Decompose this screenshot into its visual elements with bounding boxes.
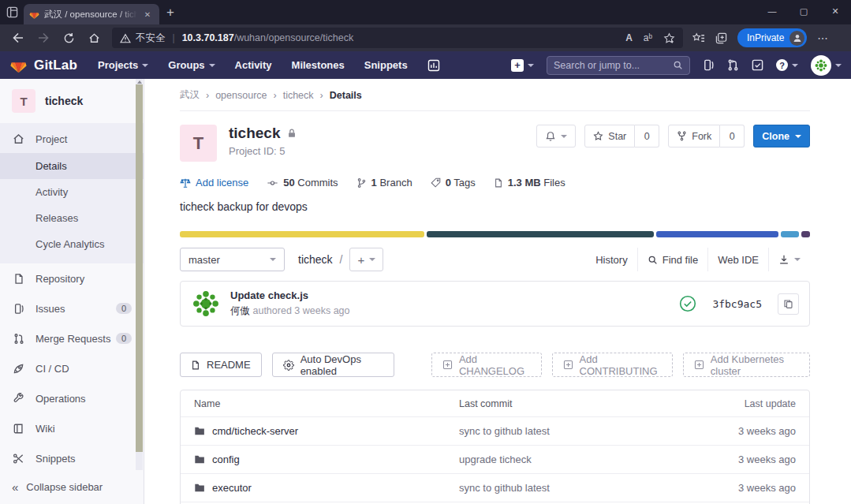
last-update: 3 weeks ago [677,482,796,494]
language-segment[interactable] [656,231,778,237]
add-license-link[interactable]: Add license [180,177,248,189]
tab-close-icon[interactable]: ✕ [141,8,154,21]
star-count[interactable]: 0 [635,125,659,147]
branches-stat[interactable]: 1 Branch [356,177,412,189]
add-file-dropdown[interactable]: + [349,248,383,271]
gitlab-brand[interactable]: GitLab [9,57,77,74]
download-dropdown[interactable] [768,248,810,271]
sidebar-item-activity[interactable]: Activity [0,179,144,205]
auto-devops-button[interactable]: Auto DevOps enabled [272,353,394,377]
commits-stat[interactable]: 50 Commits [267,177,338,189]
sidebar-item-project[interactable]: Project [0,125,144,153]
notifications-dropdown[interactable] [536,125,576,147]
refresh-icon[interactable] [57,27,80,49]
gitlab-navbar: GitLab Projects Groups Activity Mileston… [0,51,851,79]
add-favorite-icon[interactable] [663,32,675,44]
collections-icon[interactable] [715,32,727,44]
repo-root-link[interactable]: ticheck [298,253,333,266]
window-controls: — ▢ ✕ [756,0,851,22]
add-changelog-button[interactable]: Add CHANGELOG [431,353,542,377]
nav-milestones[interactable]: Milestones [292,59,345,71]
new-tab-button[interactable]: + [159,2,181,24]
language-segment[interactable] [180,231,424,237]
breadcrumb-subgroup[interactable]: opensource [215,90,267,101]
inprivate-badge[interactable]: InPrivate [737,28,807,47]
security-warning[interactable]: 不安全 [120,32,166,45]
tags-stat[interactable]: 0 Tags [431,177,476,189]
global-search[interactable] [547,56,690,75]
back-icon[interactable] [6,27,30,49]
collapse-sidebar-button[interactable]: « Collapse sidebar [0,469,136,504]
commit-title-link[interactable]: Update check.js [230,289,350,301]
pipeline-passed-icon[interactable] [679,295,696,312]
commit-message-link[interactable]: sync to github latest [459,425,677,437]
language-segment[interactable] [427,231,654,237]
favorites-bar-icon[interactable] [692,32,705,44]
sidebar-item-repository[interactable]: Repository [0,263,144,293]
fork-count[interactable]: 0 [720,125,745,147]
sidebar-item-details[interactable]: Details [0,153,144,179]
history-button[interactable]: History [586,248,636,271]
read-aloud-icon[interactable]: A [625,32,633,43]
clone-button[interactable]: Clone [753,125,810,147]
user-menu[interactable] [811,55,842,76]
help-menu[interactable]: ? [776,59,798,71]
search-input[interactable] [554,60,673,71]
language-segment[interactable] [801,231,810,237]
sidebar-item-operations[interactable]: Operations [0,383,144,413]
breadcrumb-group[interactable]: 武汉 [180,88,200,102]
browser-menu-icon[interactable]: ⋯ [817,32,829,44]
nav-activity[interactable]: Activity [235,59,272,71]
new-menu[interactable]: + [511,59,534,72]
todos-icon[interactable] [752,59,763,71]
language-segment[interactable] [781,231,799,237]
sidebar-item-ci-cd[interactable]: CI / CD [0,353,144,383]
merge-requests-icon[interactable] [727,59,739,71]
star-button[interactable]: Star [584,125,635,147]
readme-button[interactable]: README [180,353,262,377]
collapse-icon: « [12,480,18,494]
sidebar-item-merge-requests[interactable]: Merge Requests 0 [0,323,144,353]
breadcrumb-project[interactable]: ticheck [283,90,314,101]
copy-icon [783,299,793,309]
close-button[interactable]: ✕ [819,0,851,22]
browser-tab[interactable]: 武汉 / opensource / ticheck · Git ✕ [24,4,159,24]
sidebar-scrollbar-thumb[interactable] [136,84,143,452]
address-bar[interactable]: 不安全 | 10.3.70.187/wuhan/opensource/tiche… [112,28,683,48]
add-contributing-button[interactable]: Add CONTRIBUTING [552,353,673,377]
branch-selector[interactable]: master [180,248,285,271]
home-icon[interactable] [82,27,106,49]
minimize-button[interactable]: — [756,0,788,22]
maximize-button[interactable]: ▢ [788,0,819,22]
sidebar-item-wiki[interactable]: Wiki [0,413,144,443]
nav-snippets[interactable]: Snippets [364,59,408,71]
folder-link[interactable]: config [194,454,459,465]
commit-author[interactable]: 何傲 [230,305,250,316]
chart-icon[interactable] [427,59,440,72]
sidebar-item-releases[interactable]: Releases [0,205,144,231]
sidebar-project-header[interactable]: T ticheck [0,79,144,123]
issues-icon[interactable] [703,59,715,71]
add-kubernetes-button[interactable]: Add Kubernetes cluster [683,353,810,377]
web-ide-button[interactable]: Web IDE [707,248,768,271]
sidebar-item-issues[interactable]: Issues 0 [0,293,144,323]
scroll-up-icon[interactable] [136,79,143,85]
url-path: /wuhan/opensource/ticheck [234,32,353,43]
folder-link[interactable]: executor [194,482,459,494]
commit-message-link[interactable]: upgrade ticheck [459,454,677,465]
find-file-button[interactable]: Find file [637,248,708,271]
nav-groups[interactable]: Groups [168,59,215,71]
scale-icon [180,177,191,189]
commit-message-link[interactable]: sync to github latest [459,482,677,494]
files-stat[interactable]: 1.3 MB Files [494,177,565,189]
nav-projects[interactable]: Projects [98,59,148,71]
tab-search-icon[interactable] [0,0,24,24]
forward-icon[interactable] [32,27,55,49]
plus-icon: + [357,253,364,267]
sidebar-item-cycle-analytics[interactable]: Cycle Analytics [0,231,144,257]
commit-sha[interactable]: 3fbc9ac5 [707,298,767,310]
fork-button[interactable]: Fork [668,125,720,147]
translate-icon[interactable]: aᵇ [644,32,652,43]
copy-commit-sha-button[interactable] [778,293,799,315]
folder-link[interactable]: cmd/ticheck-server [194,425,459,437]
